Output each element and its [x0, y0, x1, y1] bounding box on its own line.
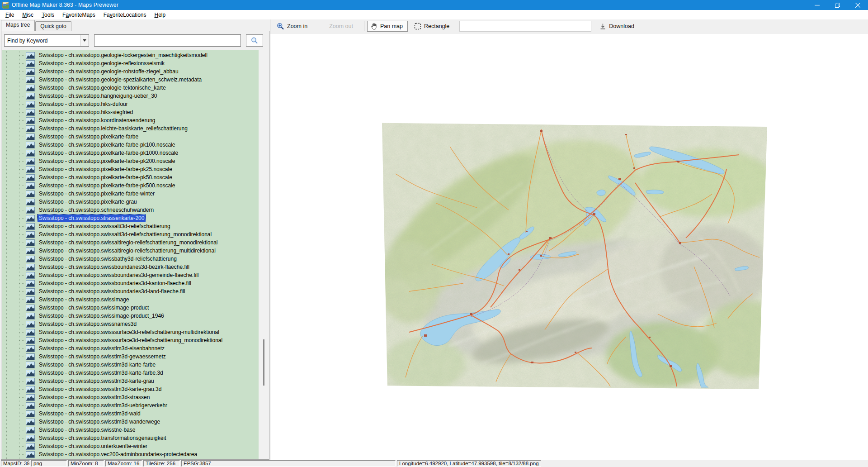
tree-item[interactable]: Swisstopo - ch.swisstopo.swissboundaries…: [2, 279, 259, 287]
restore-button[interactable]: [827, 0, 848, 10]
tree-connector: [19, 88, 25, 88]
tab[interactable]: Maps tree: [1, 20, 35, 31]
tree-item[interactable]: Swisstopo - ch.swisstopo.pixelkarte-farb…: [2, 165, 259, 173]
chevron-down-icon: [83, 39, 86, 42]
map-thumbnail-icon: [26, 191, 35, 197]
window-title: Offline Map Maker 8.363 - Maps Previewer: [12, 2, 118, 8]
tree-item[interactable]: Swisstopo - ch.swisstopo.schneeschuhwand…: [2, 206, 259, 214]
tree-connector: [19, 454, 25, 455]
menu-item[interactable]: FavoriteMaps: [58, 11, 99, 19]
tree-item[interactable]: Swisstopo - ch.swisstopo.swisstlm3d-uebr…: [2, 401, 259, 410]
tree-item[interactable]: Swisstopo - ch.swisstopo.pixelkarte-farb…: [2, 190, 259, 198]
tree-item[interactable]: Swisstopo - ch.swisstopo.strassenkarte-2…: [2, 214, 259, 222]
tree-connector: [19, 243, 25, 243]
tree-item[interactable]: Swisstopo - ch.swisstopo.pixelkarte-farb…: [2, 173, 259, 181]
map-thumbnail-icon: [26, 378, 35, 385]
tree-connector: [19, 210, 25, 210]
menu-item[interactable]: FavoriteLocations: [99, 11, 151, 19]
menu-item[interactable]: Help: [151, 11, 170, 19]
tree-item[interactable]: Swisstopo - ch.swisstopo.swissimage-prod…: [2, 304, 259, 312]
tree-item[interactable]: Swisstopo - ch.swisstopo.koordinatenaend…: [2, 116, 259, 124]
tree-item[interactable]: Swisstopo - ch.swisstopo.swisstlm3d-kart…: [2, 385, 259, 393]
rectangle-label: Rectangle: [424, 23, 449, 29]
tree-item[interactable]: Swisstopo - ch.swisstopo.swisssurface3d-…: [2, 336, 259, 344]
tree-item[interactable]: Swisstopo - ch.swisstopo.swissalti3d-rel…: [2, 222, 259, 230]
tree-item[interactable]: Swisstopo - ch.swisstopo.pixelkarte-farb…: [2, 141, 259, 149]
tree-item[interactable]: Swisstopo - ch.swisstopo.swisstlm3d-wald: [2, 410, 259, 418]
download-button[interactable]: Download: [597, 21, 637, 32]
tree-item[interactable]: Swisstopo - ch.swisstopo.swissnames3d: [2, 320, 259, 328]
tree-scrollbar-thumb[interactable]: [263, 339, 264, 386]
tree-item[interactable]: Swisstopo - ch.swisstopo.swisstlm3d-kart…: [2, 377, 259, 385]
tree-item-label: Swisstopo - ch.swisstopo.swissimage: [38, 296, 130, 303]
tree-item[interactable]: Swisstopo - ch.swisstopo.pixelkarte-farb…: [2, 181, 259, 190]
tree-item-label: Swisstopo - ch.swisstopo.swisstlm3d-stra…: [38, 394, 151, 401]
tree-item[interactable]: Swisstopo - ch.swisstopo.geologie-locker…: [2, 51, 259, 59]
tree-item[interactable]: Swisstopo - ch.swisstopo.swissaltiregio-…: [2, 247, 259, 255]
tree-scrollbar[interactable]: [259, 50, 269, 459]
tree-connector: [19, 153, 25, 153]
menu-item[interactable]: File: [1, 11, 18, 19]
tree-item-label: Swisstopo - ch.swisstopo.schneeschuhwand…: [38, 206, 155, 214]
tree-item-label: Swisstopo - ch.swisstopo.pixelkarte-farb…: [38, 190, 156, 197]
tab[interactable]: Quick goto: [35, 21, 71, 31]
tree-item-label: Swisstopo - ch.swisstopo.swisstlm3d-kart…: [38, 369, 165, 376]
map-thumbnail-icon: [26, 296, 35, 303]
map-thumbnail-icon: [26, 223, 35, 230]
tree-item[interactable]: Swisstopo - ch.swisstopo.geologie-rohsto…: [2, 67, 259, 76]
download-label: Download: [609, 23, 634, 29]
tree-item[interactable]: Swisstopo - ch.swisstopo.swissimage-prod…: [2, 312, 259, 320]
search-button[interactable]: [246, 34, 263, 47]
tree-item[interactable]: Swisstopo - ch.swisstopo.pixelkarte-farb…: [2, 149, 259, 157]
tree-item[interactable]: Swisstopo - ch.swisstopo.hiks-siegfried: [2, 108, 259, 116]
tree-item-label: Swisstopo - ch.swisstopo.hangneigung-ueb…: [38, 92, 159, 100]
tree-item[interactable]: Swisstopo - ch.swisstopo.swissboundaries…: [2, 287, 259, 295]
minimize-button[interactable]: [807, 0, 827, 10]
tree-item[interactable]: Swisstopo - ch.swisstopo.geologie-spezia…: [2, 76, 259, 84]
tree-item[interactable]: Swisstopo - ch.swisstopo.geologie-tekton…: [2, 84, 259, 92]
tree-item-label: Swisstopo - ch.swisstopo.swissimage-prod…: [38, 304, 150, 311]
tree-item[interactable]: Swisstopo - ch.swisstopo.hiks-dufour: [2, 100, 259, 108]
tree-item[interactable]: Swisstopo - ch.swisstopo.swissbathy3d-re…: [2, 255, 259, 263]
map-thumbnail-icon: [26, 337, 35, 344]
menu-item[interactable]: Misc: [18, 11, 38, 19]
close-button[interactable]: [848, 0, 868, 10]
tree-item[interactable]: Swisstopo - ch.swisstopo.hangneigung-ueb…: [2, 92, 259, 100]
tree-item[interactable]: Swisstopo - ch.swisstopo.swissalti3d-rel…: [2, 230, 259, 238]
tree-item[interactable]: Swisstopo - ch.swisstopo.swisstlm3d-gewa…: [2, 353, 259, 361]
map-thumbnail-icon: [26, 85, 35, 91]
tree-item[interactable]: Swisstopo - ch.swisstopo.swissaltiregio-…: [2, 238, 259, 247]
map-thumbnail-icon: [26, 117, 35, 124]
tree-item[interactable]: Swisstopo - ch.swisstopo.swisssurface3d-…: [2, 328, 259, 336]
tree-item[interactable]: Swisstopo - ch.swisstopo.pixelkarte-farb…: [2, 133, 259, 141]
map-preview[interactable]: [382, 119, 767, 389]
search-mode-combobox[interactable]: Find by Keyword: [4, 34, 89, 47]
pan-map-button[interactable]: Pan map: [367, 21, 408, 32]
tree-item[interactable]: Swisstopo - ch.swisstopo.swisstlm3d-stra…: [2, 393, 259, 401]
search-input[interactable]: [94, 34, 241, 47]
tree-item[interactable]: Swisstopo - ch.swisstopo.pixelkarte-grau: [2, 198, 259, 206]
tree-item[interactable]: Swisstopo - ch.swisstopo.swisstlm3d-kart…: [2, 369, 259, 377]
map-thumbnail-icon: [26, 345, 35, 352]
tree-item[interactable]: Swisstopo - ch.swisstopo.swissboundaries…: [2, 263, 259, 271]
tree-item[interactable]: Swisstopo - ch.swisstopo.vec200-adminbou…: [2, 450, 259, 458]
tree-item[interactable]: Swisstopo - ch.swisstopo.pixelkarte-farb…: [2, 157, 259, 165]
tree-item[interactable]: Swisstopo - ch.swisstopo.swisstne-base: [2, 426, 259, 434]
tree-connector: [19, 405, 25, 406]
tree-item[interactable]: Swisstopo - ch.swisstopo.swisstlm3d-eise…: [2, 344, 259, 353]
tree-item[interactable]: Swisstopo - ch.swisstopo.transformations…: [2, 434, 259, 442]
map-toolbar-input[interactable]: [459, 21, 591, 32]
rectangle-button[interactable]: Rectangle: [411, 21, 452, 32]
tree-item[interactable]: Swisstopo - ch.swisstopo.leichte-basiska…: [2, 124, 259, 133]
combo-dropdown-button[interactable]: [80, 35, 88, 46]
tree-item[interactable]: Swisstopo - ch.swisstopo.unterkuenfte-wi…: [2, 442, 259, 450]
tree-item[interactable]: Swisstopo - ch.swisstopo.swissboundaries…: [2, 271, 259, 279]
tree-item[interactable]: Swisstopo - ch.swisstopo.swisstlm3d-kart…: [2, 361, 259, 369]
tree-item[interactable]: Swisstopo - ch.swisstopo.swissimage: [2, 295, 259, 304]
zoom-in-button[interactable]: Zoom in: [274, 21, 310, 32]
menu-item[interactable]: Tools: [38, 11, 58, 19]
tree-item[interactable]: Swisstopo - ch.swisstopo.swisstlm3d-wand…: [2, 418, 259, 426]
tree-item[interactable]: Swisstopo - ch.swisstopo.geologie-reflex…: [2, 59, 259, 67]
pan-map-label: Pan map: [380, 23, 403, 29]
tree-connector: [19, 414, 25, 414]
